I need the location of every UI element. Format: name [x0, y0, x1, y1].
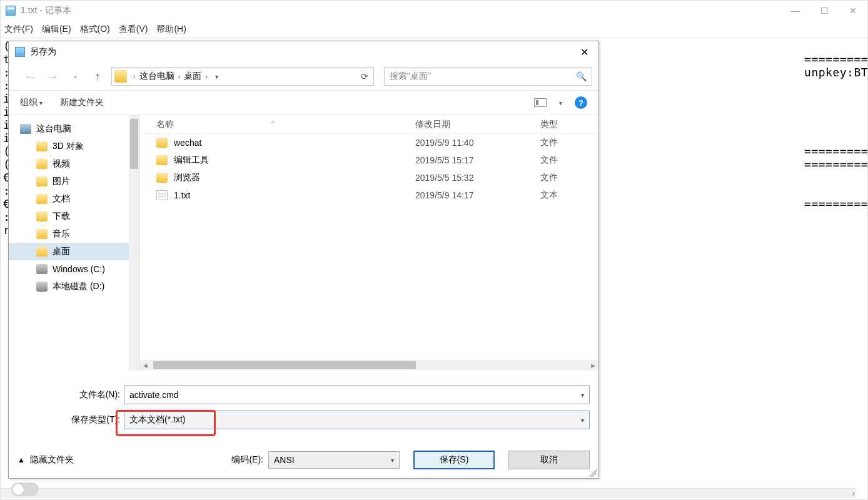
tree-label: 文档 — [53, 193, 70, 205]
tree-item[interactable]: 视频 — [9, 155, 139, 173]
organize-menu[interactable]: 组织 — [20, 97, 43, 107]
tree-label: 3D 对象 — [53, 141, 84, 152]
notepad-horizontal-scrollbar[interactable] — [1, 488, 856, 498]
menu-format[interactable]: 格式(O) — [80, 24, 110, 35]
nav-recent-icon[interactable]: ▾ — [66, 73, 84, 80]
file-row[interactable]: 编辑工具2019/5/5 15:17文件 — [140, 151, 598, 169]
disk-icon — [36, 264, 48, 274]
notepad-menubar: 文件(F) 编辑(E) 格式(O) 查看(V) 帮助(H) — [1, 21, 867, 38]
column-date[interactable]: 修改日期 — [415, 119, 540, 130]
search-input[interactable]: 搜索"桌面" 🔍 — [384, 67, 592, 86]
tree-label: 下载 — [53, 211, 70, 222]
file-row[interactable]: 浏览器2019/5/5 15:32文件 — [140, 169, 598, 186]
refresh-icon[interactable]: ⟳ — [356, 71, 373, 81]
file-name: 编辑工具 — [174, 155, 209, 166]
column-name[interactable]: 名称 — [140, 119, 415, 130]
folder-icon — [36, 212, 48, 222]
tree-item[interactable]: 本地磁盘 (D:) — [9, 278, 139, 295]
notepad-titlebar: 1.txt - 记事本 ― ☐ ✕ — [1, 1, 867, 21]
dialog-icon — [15, 47, 25, 57]
save-as-dialog: 另存为 ✕ ← → ▾ ↑ › 这台电脑 › 桌面 › ▾ ⟳ 搜索"桌面" 🔍… — [8, 41, 599, 479]
tree-label: Windows (C:) — [53, 264, 105, 274]
folder-icon — [36, 247, 48, 257]
breadcrumb-folder-icon — [114, 70, 127, 83]
filelist-horizontal-scrollbar[interactable]: ◄► — [140, 360, 598, 370]
folder-icon — [156, 173, 168, 183]
dialog-actions: ▲ 隐藏文件夹 编码(E): ANSI ▾ 保存(S) 取消 — [9, 439, 598, 478]
file-type: 文件 — [540, 137, 598, 148]
dialog-close-button[interactable]: ✕ — [570, 41, 598, 63]
nav-forward-icon[interactable]: → — [44, 69, 61, 84]
folder-icon — [36, 159, 48, 169]
tree-item[interactable]: 图片 — [9, 173, 139, 190]
new-folder-button[interactable]: 新建文件夹 — [60, 97, 104, 107]
dialog-toolbar: 组织 新建文件夹 ▾ ? — [9, 90, 598, 115]
tree-label: 本地磁盘 (D:) — [53, 281, 104, 292]
tree-item-this-pc[interactable]: 这台电脑 — [9, 120, 139, 138]
file-row[interactable]: wechat2019/5/9 11:40文件 — [140, 134, 598, 151]
maximize-button[interactable]: ☐ — [810, 1, 839, 21]
tree-item[interactable]: 桌面 — [9, 243, 139, 260]
menu-view[interactable]: 查看(V) — [119, 24, 148, 35]
filetype-select[interactable]: 文本文档(*.txt) ▾ — [124, 411, 590, 429]
breadcrumb-seg-pc[interactable]: 这台电脑 — [139, 71, 174, 82]
dialog-titlebar: 另存为 ✕ — [9, 41, 598, 63]
encoding-value: ANSI — [274, 455, 295, 465]
file-name: 浏览器 — [174, 172, 200, 183]
page-toggle[interactable] — [11, 482, 39, 496]
breadcrumb-seg-desktop[interactable]: 桌面 — [184, 71, 201, 82]
notepad-icon — [6, 6, 16, 16]
filename-label: 文件名(N): — [18, 389, 124, 401]
filetype-label: 保存类型(T): — [18, 414, 124, 426]
resize-grip[interactable] — [588, 468, 597, 477]
filetype-value: 文本文档(*.txt) — [129, 414, 185, 426]
chevron-right-icon: › — [178, 73, 181, 80]
tree-scrollbar[interactable] — [129, 115, 139, 370]
filename-input[interactable]: activate.cmd ▾ — [124, 385, 590, 404]
cancel-button[interactable]: 取消 — [508, 451, 590, 469]
help-icon[interactable]: ? — [575, 96, 587, 109]
minimize-button[interactable]: ― — [781, 1, 810, 21]
tree-item[interactable]: Windows (C:) — [9, 260, 139, 278]
breadcrumb[interactable]: › 这台电脑 › 桌面 › ▾ ⟳ — [111, 67, 374, 86]
file-date: 2019/5/9 11:40 — [415, 138, 540, 148]
tree-label: 图片 — [53, 176, 70, 187]
search-placeholder: 搜索"桌面" — [390, 71, 431, 82]
file-date: 2019/5/5 15:32 — [415, 173, 540, 183]
view-dropdown-icon[interactable]: ▾ — [559, 99, 562, 106]
hide-folders-label: 隐藏文件夹 — [30, 454, 74, 466]
save-button[interactable]: 保存(S) — [413, 451, 495, 469]
menu-file[interactable]: 文件(F) — [4, 24, 33, 35]
tree-label: 这台电脑 — [36, 123, 71, 135]
file-type: 文本 — [540, 190, 598, 201]
menu-edit[interactable]: 编辑(E) — [42, 24, 71, 35]
breadcrumb-dropdown-icon[interactable]: ▾ — [211, 73, 222, 80]
folder-tree: 这台电脑 3D 对象视频图片文档下载音乐桌面Windows (C:)本地磁盘 (… — [9, 115, 140, 370]
file-name: 1.txt — [174, 190, 190, 200]
column-type[interactable]: 类型 — [540, 119, 598, 130]
tree-item[interactable]: 音乐 — [9, 225, 139, 243]
close-button[interactable]: ✕ — [839, 1, 867, 21]
disk-icon — [36, 282, 48, 292]
tree-item[interactable]: 文档 — [9, 190, 139, 208]
file-date: 2019/5/9 14:17 — [415, 190, 540, 200]
file-name: wechat — [174, 138, 201, 148]
view-options-icon[interactable] — [534, 98, 547, 107]
tree-label: 桌面 — [53, 246, 70, 257]
file-list: 名称 修改日期 类型 wechat2019/5/9 11:40文件编辑工具201… — [140, 115, 598, 370]
tree-item[interactable]: 3D 对象 — [9, 138, 139, 155]
nav-back-icon[interactable]: ← — [21, 69, 39, 84]
tree-item[interactable]: 下载 — [9, 208, 139, 225]
chevron-down-icon[interactable]: ▾ — [581, 417, 584, 424]
menu-help[interactable]: 帮助(H) — [156, 24, 186, 35]
hide-folders-toggle[interactable]: ▲ 隐藏文件夹 — [18, 454, 74, 466]
chevron-right-icon: › — [133, 73, 136, 80]
chevron-down-icon[interactable]: ▾ — [581, 392, 584, 399]
file-row[interactable]: 1.txt2019/5/9 14:17文本 — [140, 186, 598, 204]
filename-value: activate.cmd — [129, 390, 179, 400]
encoding-select[interactable]: ANSI ▾ — [268, 451, 400, 469]
chevron-down-icon[interactable]: ▾ — [391, 457, 394, 464]
nav-up-icon[interactable]: ↑ — [89, 70, 106, 83]
search-icon: 🔍 — [576, 71, 587, 81]
folder-icon — [36, 229, 48, 239]
